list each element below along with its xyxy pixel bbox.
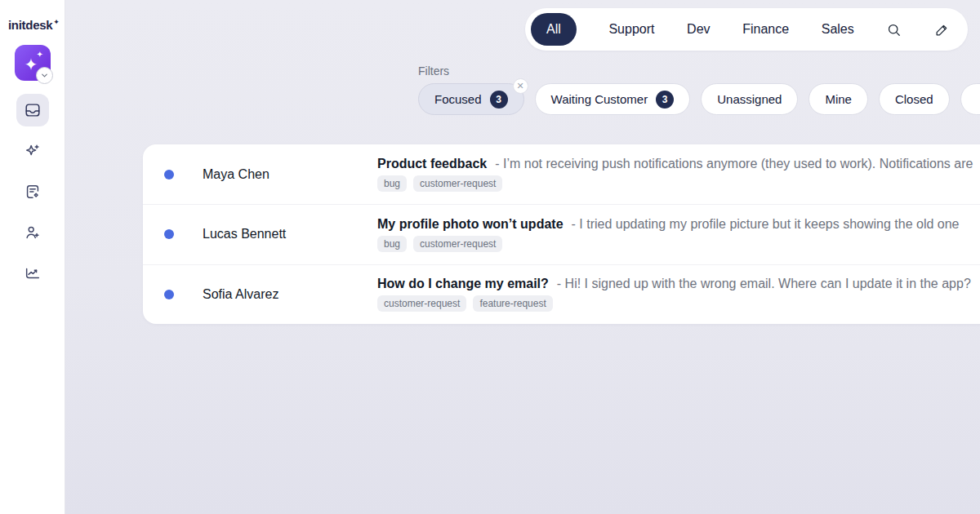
filter-chips: Focused 3 ✕ Waiting Customer 3 Unassigne…: [418, 83, 980, 115]
sparkle-icon: ✦: [24, 56, 38, 73]
app-logo: initdesk✦: [8, 18, 60, 32]
workspace-status-chevron[interactable]: [36, 67, 53, 84]
pencil-icon: [934, 22, 950, 38]
filters-label: Filters: [418, 64, 449, 78]
unread-dot: [164, 170, 174, 179]
sidebar-item-notes[interactable]: [16, 175, 49, 208]
ticket-sender: Maya Chen: [203, 167, 377, 182]
chip-count-badge: 3: [656, 91, 674, 109]
filter-chip-unassigned[interactable]: Unassigned: [701, 83, 798, 115]
ticket-preview: - Hi! I signed up with the wrong email. …: [557, 277, 971, 291]
ticket-content: How do I change my email? - Hi! I signed…: [377, 277, 980, 312]
ticket-content: My profile photo won’t update - I tried …: [377, 217, 980, 252]
chevron-down-icon: [40, 71, 49, 80]
line-chart-icon: [24, 264, 42, 282]
sparkles-icon: [24, 142, 42, 160]
ticket-tag: bug: [377, 236, 407, 252]
chip-label: Closed: [895, 92, 933, 106]
compose-button[interactable]: [934, 22, 950, 38]
sidebar-item-analytics[interactable]: [16, 257, 49, 290]
ticket-title: Product feedback: [377, 157, 487, 171]
chip-label: Mine: [825, 92, 852, 106]
note-tasks-icon: [24, 183, 42, 201]
logo-sparkle-icon: ✦: [53, 18, 59, 26]
filter-chip-waiting-customer[interactable]: Waiting Customer 3: [535, 83, 691, 115]
ticket-tag: customer-request: [413, 236, 502, 252]
ticket-row[interactable]: Sofia Alvarez How do I change my email? …: [143, 264, 980, 324]
ticket-content: Product feedback - I’m not receiving pus…: [377, 157, 980, 192]
ticket-sender: Lucas Bennett: [203, 227, 377, 241]
ticket-tag: customer-request: [377, 295, 466, 312]
ticket-sender: Sofia Alvarez: [203, 287, 377, 302]
ticket-title: How do I change my email?: [377, 277, 549, 291]
sidebar-item-ai[interactable]: [16, 135, 49, 167]
ticket-preview: - I tried updating my profile picture bu…: [572, 217, 960, 232]
ticket-list: Maya Chen Product feedback - I’m not rec…: [143, 144, 980, 324]
unread-dot: [164, 290, 174, 299]
filter-chip-mine[interactable]: Mine: [808, 83, 868, 115]
ticket-tag: bug: [377, 175, 407, 192]
tab-sales[interactable]: Sales: [822, 22, 854, 37]
tab-all[interactable]: All: [531, 13, 577, 46]
chip-count-badge: 3: [490, 91, 508, 109]
ticket-tag: customer-request: [413, 175, 502, 192]
sidebar-item-inbox[interactable]: [16, 94, 49, 126]
unread-dot: [164, 229, 174, 239]
ticket-row[interactable]: Maya Chen Product feedback - I’m not rec…: [143, 144, 980, 204]
top-navigation: All Support Dev Finance Sales: [525, 8, 968, 51]
filter-chip-closed[interactable]: Closed: [879, 83, 950, 115]
inbox-icon: [24, 101, 42, 119]
user-plus-icon: [24, 224, 42, 241]
chip-label: Waiting Customer: [551, 92, 648, 106]
chip-close-button[interactable]: ✕: [513, 78, 528, 94]
tab-dev[interactable]: Dev: [687, 22, 710, 37]
filter-chip-focused[interactable]: Focused 3 ✕: [418, 83, 524, 115]
tab-support[interactable]: Support: [608, 22, 654, 37]
ticket-title: My profile photo won’t update: [377, 217, 564, 232]
tab-finance[interactable]: Finance: [742, 22, 789, 37]
search-icon: [886, 22, 902, 38]
sidebar: initdesk✦ ✦ ✦: [0, 0, 65, 514]
ticket-preview: - I’m not receiving push notifications a…: [495, 157, 973, 171]
ticket-tag: feature-request: [473, 295, 552, 312]
sidebar-item-contacts[interactable]: [16, 216, 49, 249]
sidebar-nav: [16, 94, 49, 290]
search-button[interactable]: [886, 22, 902, 38]
chip-label: Unassigned: [717, 92, 782, 106]
ticket-row[interactable]: Lucas Bennett My profile photo won’t upd…: [143, 204, 980, 264]
sparkle-small-icon: ✦: [37, 51, 43, 59]
chip-label: Focused: [434, 92, 482, 106]
filter-chip-clipped[interactable]: [960, 83, 980, 115]
